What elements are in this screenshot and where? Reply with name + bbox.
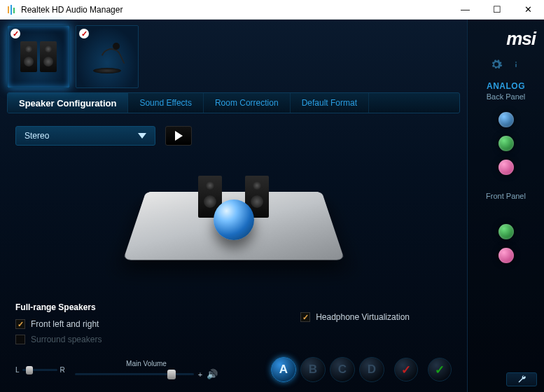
close-button[interactable]: ✕ bbox=[512, 0, 544, 19]
chevron-down-icon bbox=[138, 133, 146, 139]
checkbox-icon bbox=[300, 312, 310, 322]
preset-a-button[interactable]: A bbox=[271, 357, 296, 382]
jack-line-out[interactable] bbox=[498, 136, 514, 151]
device-microphone[interactable]: ✓ bbox=[76, 25, 139, 88]
front-panel-label: Front Panel bbox=[486, 192, 526, 200]
maximize-button[interactable]: ☐ bbox=[481, 0, 512, 19]
volume-plus-icon: + bbox=[198, 370, 202, 379]
speaker-mode-value: Stereo bbox=[25, 131, 49, 141]
brand-logo: msi bbox=[506, 28, 536, 50]
tab-sound-effects[interactable]: Sound Effects bbox=[128, 93, 204, 113]
speakers-icon bbox=[20, 41, 57, 72]
headphone-virtualization-label: Headphone Virtualization bbox=[316, 312, 410, 322]
full-range-title: Full-range Speakers bbox=[15, 302, 102, 312]
tab-speaker-configuration[interactable]: Speaker Configuration bbox=[8, 93, 128, 113]
surround-speakers-checkbox: Surround speakers bbox=[15, 335, 102, 344]
play-icon bbox=[175, 131, 183, 141]
headphone-virtualization-checkbox[interactable]: Headphone Virtualization bbox=[300, 312, 410, 322]
preset-d-button[interactable]: D bbox=[359, 357, 384, 382]
front-left-right-label: Front left and right bbox=[31, 319, 99, 329]
tab-bar: Speaker Configuration Sound Effects Room… bbox=[7, 92, 460, 113]
tab-default-format[interactable]: Default Format bbox=[291, 93, 369, 113]
slider-thumb-icon[interactable] bbox=[167, 370, 176, 379]
balance-right-label: R bbox=[60, 366, 65, 374]
window-titlebar: Realtek HD Audio Manager — ☐ ✕ bbox=[0, 0, 544, 20]
surround-speakers-label: Surround speakers bbox=[31, 335, 102, 344]
checkbox-icon bbox=[15, 335, 25, 344]
jack-front-mic[interactable] bbox=[498, 248, 514, 263]
cancel-button[interactable]: ✓ bbox=[428, 358, 452, 382]
balance-slider[interactable]: L R bbox=[15, 366, 65, 374]
checkmark-icon: ✓ bbox=[11, 29, 20, 38]
listener-position-icon bbox=[214, 200, 254, 240]
connector-settings-button[interactable] bbox=[506, 372, 537, 386]
jack-line-in[interactable] bbox=[498, 112, 514, 127]
preset-buttons: A B C D bbox=[271, 357, 384, 382]
slider-thumb-icon[interactable] bbox=[26, 366, 33, 374]
balance-left-label: L bbox=[15, 366, 20, 374]
apply-button[interactable]: ✓ bbox=[394, 358, 418, 382]
info-icon[interactable] bbox=[510, 58, 522, 74]
main-volume-slider[interactable] bbox=[75, 373, 194, 375]
device-speakers[interactable]: ✓ bbox=[7, 25, 70, 88]
jack-mic-in[interactable] bbox=[498, 160, 514, 175]
tab-room-correction[interactable]: Room Correction bbox=[204, 93, 291, 113]
microphone-icon bbox=[86, 36, 128, 78]
main-volume-label: Main Volume bbox=[126, 360, 167, 368]
window-title: Realtek HD Audio Manager bbox=[21, 5, 449, 15]
checkbox-icon bbox=[15, 319, 25, 329]
preset-c-button[interactable]: C bbox=[330, 357, 355, 382]
svg-rect-1 bbox=[11, 5, 12, 15]
back-panel-label: Back Panel bbox=[487, 92, 526, 101]
test-play-button[interactable] bbox=[165, 126, 192, 146]
analog-label: ANALOG bbox=[487, 81, 525, 91]
minimize-button[interactable]: — bbox=[449, 0, 481, 19]
jack-front-headphone[interactable] bbox=[498, 224, 514, 239]
speaker-icon[interactable]: 🔊 bbox=[207, 369, 218, 379]
gear-icon[interactable] bbox=[490, 58, 503, 74]
svg-rect-0 bbox=[8, 6, 9, 13]
preset-b-button[interactable]: B bbox=[300, 357, 326, 382]
front-left-right-checkbox[interactable]: Front left and right bbox=[15, 319, 102, 329]
speaker-mode-select[interactable]: Stereo bbox=[15, 126, 155, 146]
speaker-stage bbox=[15, 146, 452, 298]
app-icon bbox=[6, 4, 17, 15]
svg-rect-2 bbox=[13, 8, 15, 13]
